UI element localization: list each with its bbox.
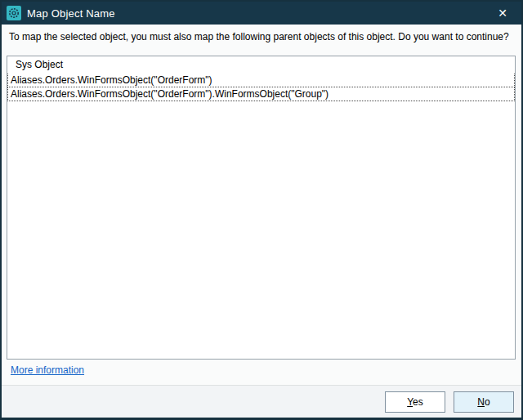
close-button[interactable]: ✕ (484, 2, 521, 25)
no-button[interactable]: No (454, 391, 514, 413)
dialog-message: To map the selected object, you must als… (9, 31, 515, 42)
no-button-label: o (485, 396, 490, 408)
list-item[interactable]: Aliases.Orders.WinFormsObject("OrderForm… (7, 74, 515, 87)
titlebar: Map Object Name ✕ (2, 2, 521, 25)
sys-object-list[interactable]: Sys Object Aliases.Orders.WinFormsObject… (7, 56, 516, 360)
close-icon: ✕ (498, 7, 507, 20)
yes-button-label: es (413, 396, 423, 408)
list-item[interactable]: Aliases.Orders.WinFormsObject("OrderForm… (7, 87, 515, 101)
button-bar: Yes No (2, 386, 521, 418)
yes-button[interactable]: Yes (385, 391, 445, 413)
list-header-sys-object: Sys Object (7, 56, 515, 74)
app-gear-icon (7, 6, 21, 20)
more-information-link[interactable]: More information (11, 364, 84, 376)
no-button-accel: N (477, 396, 485, 408)
window-title: Map Object Name (27, 7, 115, 20)
map-object-name-dialog: Map Object Name ✕ To map the selected ob… (0, 0, 523, 420)
